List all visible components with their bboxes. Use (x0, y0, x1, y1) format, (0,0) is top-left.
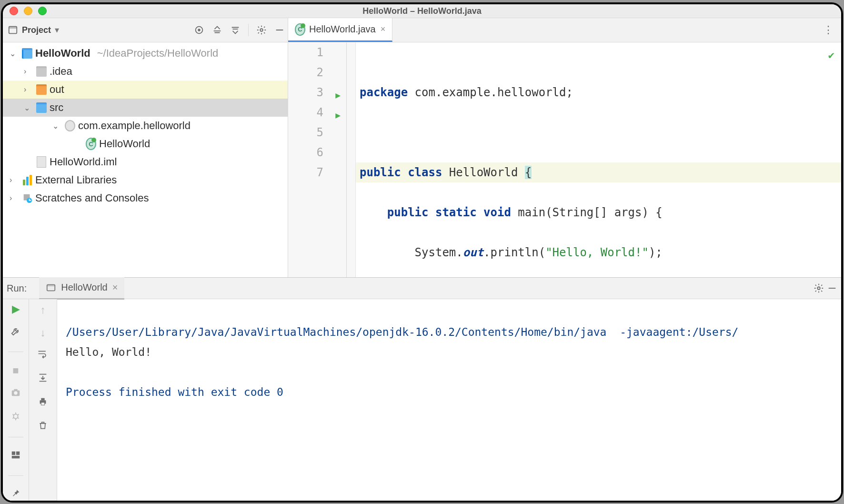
run-toolbar-primary: ▶ ■ (3, 299, 29, 501)
line-number: 2 (317, 62, 323, 82)
project-tree[interactable]: ⌄ HelloWorld ~/IdeaProjects/HelloWorld ›… (3, 42, 288, 277)
tree-label: Scratches and Consoles (35, 192, 149, 204)
tree-root-path: ~/IdeaProjects/HelloWorld (97, 47, 219, 60)
project-sidebar-header: Project ▾ (3, 18, 288, 42)
run-tool-window: Run: HelloWorld × ▶ ■ (3, 277, 841, 501)
keyword: public (360, 166, 401, 179)
stop-icon[interactable]: ■ (12, 364, 19, 377)
string-literal: "Hello, World!" (545, 246, 649, 259)
chevron-right-icon: › (10, 176, 19, 184)
scroll-to-end-icon[interactable] (38, 373, 48, 386)
locate-file-icon[interactable] (194, 25, 204, 35)
tree-label: External Libraries (35, 174, 117, 186)
keyword: void (483, 206, 511, 219)
svg-rect-15 (16, 452, 20, 455)
fold-gutter[interactable] (347, 42, 356, 277)
svg-rect-8 (47, 284, 55, 286)
pin-icon[interactable] (11, 488, 20, 501)
inspection-ok-icon[interactable]: ✔ (828, 45, 834, 65)
project-sidebar-label: Project (22, 25, 51, 35)
console-line: Hello, World! (66, 346, 151, 358)
field-ref: out (463, 246, 483, 259)
rerun-icon[interactable]: ▶ (12, 303, 20, 315)
gear-icon[interactable] (814, 283, 824, 293)
close-run-tab-icon[interactable]: × (112, 282, 118, 293)
svg-point-11 (14, 391, 17, 394)
run-toolbar-secondary: ↑ ↓ (29, 299, 57, 501)
tree-item-src[interactable]: ⌄ src (3, 99, 288, 117)
class-name: HelloWorld (449, 166, 518, 179)
run-line-marker-icon[interactable]: ▶ (335, 105, 341, 125)
tree-item-out[interactable]: › out (3, 81, 288, 99)
code-editor[interactable]: 1 2 3 4 5 6 7 ▶ ▶ ✔ package com.example.… (288, 42, 841, 277)
gutter[interactable]: 1 2 3 4 5 6 7 ▶ ▶ (288, 42, 347, 277)
run-body: ▶ ■ (3, 299, 841, 501)
run-header: Run: HelloWorld × (3, 278, 841, 299)
line-number: 4 (317, 102, 323, 122)
line-number: 5 (317, 122, 323, 142)
console-output[interactable]: /Users/User/Library/Java/JavaVirtualMach… (57, 299, 841, 501)
line-number: 7 (317, 162, 323, 182)
layout-icon[interactable] (10, 450, 21, 463)
keyword: class (408, 166, 442, 179)
run-tab-helloworld[interactable]: HelloWorld × (39, 277, 124, 300)
tree-label: HelloWorld (99, 138, 150, 150)
folder-icon (36, 66, 47, 77)
java-class-icon: C (295, 24, 305, 35)
up-arrow-icon[interactable]: ↑ (40, 304, 46, 316)
expand-all-icon[interactable] (212, 25, 222, 35)
keyword: static (435, 206, 477, 219)
close-tab-icon[interactable]: × (381, 24, 386, 34)
more-tabs-icon[interactable]: ⋮ (819, 18, 837, 42)
code-text: System. (360, 246, 463, 259)
debug-icon[interactable] (10, 411, 21, 424)
chevron-right-icon: › (10, 194, 19, 202)
tree-item-idea[interactable]: › .idea (3, 62, 288, 81)
keyword: public (387, 206, 429, 219)
editor-tabs: C HelloWorld.java × ⋮ (288, 18, 841, 42)
minimize-window-button[interactable] (24, 7, 32, 15)
tree-item-external-libraries[interactable]: › External Libraries (3, 171, 288, 189)
gear-icon[interactable] (256, 25, 267, 35)
tree-item-class[interactable]: C HelloWorld (3, 135, 288, 153)
package-icon (65, 121, 75, 131)
zoom-window-button[interactable] (38, 7, 47, 15)
editor-tab-helloworld[interactable]: C HelloWorld.java × (288, 18, 392, 42)
print-icon[interactable] (38, 396, 48, 410)
collapse-all-icon[interactable] (230, 25, 241, 35)
tree-label: HelloWorld.iml (50, 156, 117, 168)
wrench-icon[interactable] (10, 326, 21, 339)
soft-wrap-icon[interactable] (37, 350, 49, 362)
tree-item-package[interactable]: ⌄ com.example.helloworld (3, 117, 288, 135)
camera-icon[interactable] (10, 387, 21, 401)
down-arrow-icon[interactable]: ↓ (40, 327, 46, 339)
tree-label: com.example.helloworld (78, 120, 191, 132)
chevron-right-icon: › (24, 67, 33, 76)
svg-rect-1 (9, 27, 17, 29)
svg-point-3 (198, 29, 201, 32)
tree-label: src (50, 101, 63, 114)
project-pane-icon (8, 25, 18, 35)
project-sidebar: Project ▾ ⌄ HelloWorld (3, 18, 288, 277)
hide-sidebar-icon[interactable] (274, 25, 285, 35)
close-window-button[interactable] (10, 7, 18, 15)
run-label: Run: (7, 283, 27, 294)
trash-icon[interactable] (38, 420, 48, 433)
tree-item-scratches[interactable]: › Scratches and Consoles (3, 189, 288, 207)
code-text: com.example.helloworld; (408, 86, 573, 99)
iml-file-icon (36, 157, 47, 167)
tree-label: .idea (50, 65, 72, 78)
ide-window: HelloWorld – HelloWorld.java Project ▾ (1, 2, 843, 503)
code-content[interactable]: ✔ package com.example.helloworld; public… (356, 42, 841, 277)
line-number: 3 (317, 82, 323, 102)
hide-panel-icon[interactable] (827, 283, 837, 293)
chevron-down-icon: ⌄ (52, 121, 62, 131)
editor-area: C HelloWorld.java × ⋮ 1 2 3 4 5 6 7 ▶ ▶ (288, 18, 841, 277)
run-line-marker-icon[interactable]: ▶ (335, 85, 341, 105)
tree-root[interactable]: ⌄ HelloWorld ~/IdeaProjects/HelloWorld (3, 44, 288, 62)
project-sidebar-title[interactable]: Project ▾ (8, 25, 59, 35)
tree-item-iml[interactable]: HelloWorld.iml (3, 153, 288, 171)
run-tab-label: HelloWorld (61, 282, 107, 293)
chevron-down-icon: ▾ (55, 25, 59, 35)
chevron-down-icon: ⌄ (10, 49, 19, 58)
